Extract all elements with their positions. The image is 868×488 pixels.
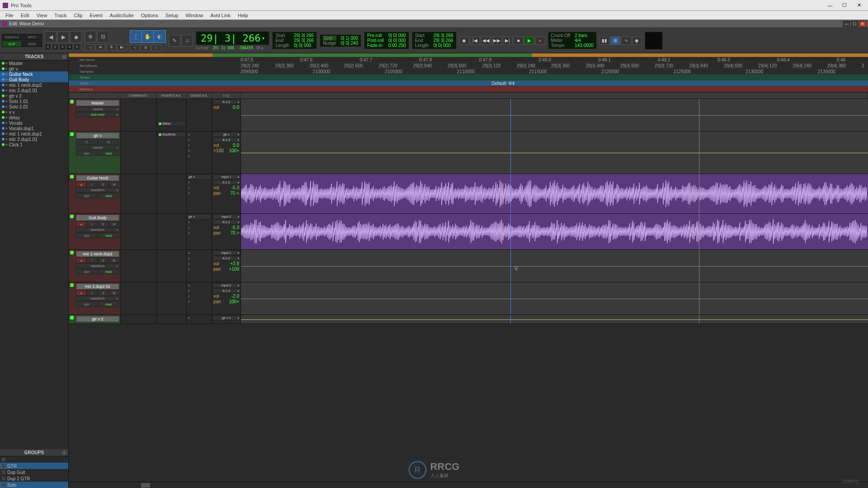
tracks-menu-icon[interactable] <box>62 55 66 59</box>
counter-dropdown-icon[interactable]: ▾ <box>262 36 264 41</box>
track-playlist[interactable] <box>241 315 868 324</box>
pencil-tool[interactable]: ✎ <box>169 35 180 47</box>
track-I-button[interactable]: I <box>87 221 97 227</box>
send-slot[interactable]: d <box>187 267 211 272</box>
zoom-preset-5[interactable]: 5 <box>74 44 80 50</box>
track-I-button[interactable]: I <box>87 182 97 187</box>
edit-close-button[interactable]: ✕ <box>859 21 866 27</box>
ruler-label-bars[interactable]: Bars|Beats <box>69 63 241 69</box>
insertion-follows-button[interactable]: ▶| <box>117 44 127 51</box>
output-selector[interactable]: A 1-2 <box>212 99 240 104</box>
track-view-selector[interactable]: volume <box>76 145 119 150</box>
track-playlist[interactable] <box>241 282 868 314</box>
ruler-label-minsec[interactable]: Min:Secs <box>69 57 241 63</box>
sidebar-track-item[interactable]: ▸Click 1 <box>0 142 68 147</box>
sidebar-track-item[interactable]: ▸mic 1 neck.dup2 <box>0 82 68 88</box>
track-S-button[interactable]: S <box>76 139 98 145</box>
send-slot[interactable]: a <box>187 250 211 255</box>
menu-setup[interactable]: Setup <box>162 12 182 19</box>
track-show-icon[interactable] <box>70 283 74 287</box>
read-button[interactable]: read <box>98 150 120 156</box>
track-view-selector[interactable]: volume <box>76 107 119 112</box>
input-selector[interactable]: Input 1 <box>212 174 240 179</box>
automation-mode-selector[interactable]: auto read <box>76 112 119 117</box>
edit-max-button[interactable]: ☐ <box>851 21 858 27</box>
layered-edit-button[interactable]: □ <box>151 45 161 51</box>
sidebar-group-item[interactable]: Solo <box>0 482 68 488</box>
ruler-meter[interactable]: Default: 4/4 <box>241 80 868 86</box>
menu-options[interactable]: Options <box>137 12 162 19</box>
scrub-tool[interactable]: ♫ <box>181 35 193 47</box>
send-slot[interactable]: a <box>187 315 211 320</box>
close-button[interactable]: ✕ <box>853 2 865 9</box>
menu-audiosuite[interactable]: AudioSuite <box>106 12 137 19</box>
track-name[interactable]: mic 2.dup2.01 <box>76 283 119 290</box>
track-●-button[interactable]: ● <box>76 258 86 263</box>
track-comments[interactable] <box>120 131 156 174</box>
dyn-button[interactable]: dyn <box>76 193 98 198</box>
spot-mode-button[interactable]: SPOT <box>22 34 42 40</box>
maximize-button[interactable]: ☐ <box>838 2 851 9</box>
rtz-button[interactable]: |◀ <box>470 37 480 45</box>
input-selector[interactable]: Input 1 <box>212 250 240 255</box>
sidebar-track-item[interactable]: ▸Master <box>0 61 68 66</box>
menu-view[interactable]: View <box>33 12 51 19</box>
sidebar-group-item[interactable] <box>0 456 68 463</box>
send-slot[interactable]: c <box>187 294 211 299</box>
track-I-button[interactable]: I <box>87 258 97 263</box>
track-view-selector[interactable]: waveform <box>76 188 119 192</box>
sidebar-group-item[interactable]: Dup Guit <box>0 469 68 475</box>
send-slot[interactable]: d <box>187 299 211 304</box>
menu-track[interactable]: Track <box>51 12 70 19</box>
dyn-button[interactable]: dyn <box>76 150 98 156</box>
track-show-icon[interactable] <box>70 175 74 178</box>
ruler-bars[interactable]: 29|2| 24029|2| 36029|2| 48029|2| 60029|2… <box>241 63 868 69</box>
ruler-label-tempo[interactable]: Tempo <box>69 75 241 80</box>
zoom-preset-4[interactable]: 4 <box>66 44 73 50</box>
output-selector[interactable]: A 1-2 <box>212 288 240 293</box>
track-show-icon[interactable] <box>70 251 74 254</box>
ruler-markers[interactable] <box>241 86 868 92</box>
zoom-preset-3[interactable]: 3 <box>59 44 66 50</box>
send-slot[interactable]: c <box>187 185 211 190</box>
track-playlist[interactable] <box>241 99 868 131</box>
track-show-icon[interactable] <box>70 132 74 136</box>
track-●-button[interactable]: ● <box>76 221 86 227</box>
rewind-button[interactable]: ◀◀ <box>481 37 491 45</box>
ruler-minsec[interactable]: 0:47.50:47.60:47.70:47.80:47.90:48.00:48… <box>241 57 868 63</box>
stop-button[interactable]: ■ <box>514 37 524 45</box>
tab-to-transient-button[interactable]: →| <box>85 44 94 51</box>
track-name[interactable]: Guit Body <box>76 215 119 221</box>
track-S-button[interactable]: S <box>98 258 108 263</box>
input-selector[interactable]: gtr v 2 <box>212 315 240 320</box>
selector-tool[interactable]: ⌶ <box>130 31 142 42</box>
track-comments[interactable] <box>120 282 156 314</box>
track-S-button[interactable]: S <box>98 182 108 187</box>
sidebar-track-item[interactable]: ▸gtr v 2 <box>0 93 68 99</box>
input-selector[interactable]: Input 2 <box>212 214 240 219</box>
universe-bar[interactable] <box>69 53 868 57</box>
ruler-label-samples[interactable]: Samples <box>69 69 241 75</box>
read-button[interactable]: read <box>98 301 120 307</box>
ruler-samples[interactable]: 2095000210000021050002110000211500021200… <box>241 69 868 75</box>
send-slot[interactable]: b <box>187 220 211 225</box>
send-slot[interactable]: b <box>187 288 211 293</box>
sidebar-track-item[interactable]: ▸Vocals <box>0 120 68 126</box>
track-view-selector[interactable]: waveform <box>76 227 119 232</box>
track-name[interactable]: gtr v 2 <box>76 316 119 322</box>
online-button[interactable]: ◉ <box>459 37 469 45</box>
input-selector[interactable]: gtr v <box>212 132 240 137</box>
track-comments[interactable] <box>120 99 156 131</box>
mirrored-edit-button[interactable]: ⊞ <box>141 45 151 51</box>
track-playlist[interactable] <box>241 250 868 282</box>
metronome-button[interactable]: ▮▮ <box>599 37 609 45</box>
sidebar-track-item[interactable]: ▸Guitar Neck <box>0 71 68 77</box>
track-M-button[interactable]: M <box>109 258 119 263</box>
send-slot[interactable]: gtr v <box>187 174 211 179</box>
col-comments[interactable]: COMMENTS <box>120 93 156 99</box>
read-button[interactable]: read <box>98 233 120 238</box>
output-selector[interactable]: A 1-2 <box>212 137 240 142</box>
menu-window[interactable]: Window <box>182 12 207 19</box>
sidebar-track-item[interactable]: ▸delay <box>0 115 68 120</box>
menu-help[interactable]: Help <box>234 12 252 19</box>
